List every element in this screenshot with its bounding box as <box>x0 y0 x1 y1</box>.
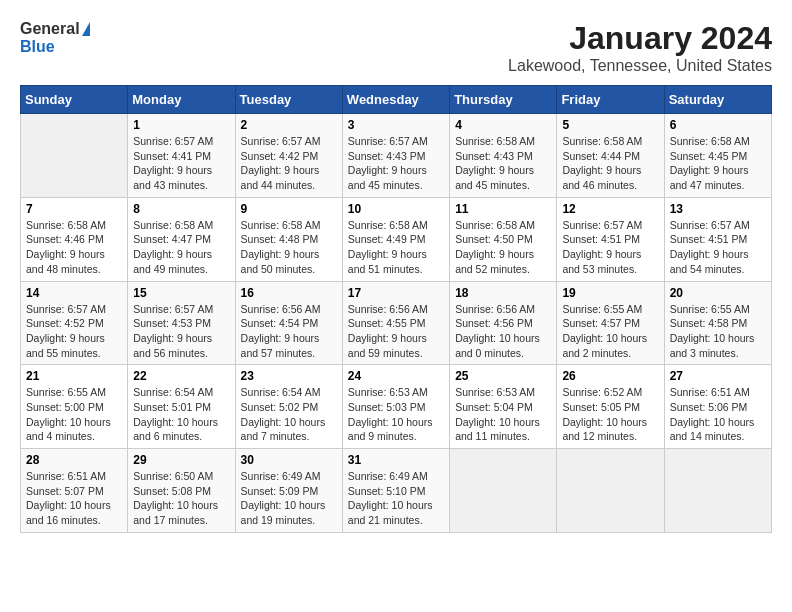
day-number: 4 <box>455 118 551 132</box>
calendar-cell: 19Sunrise: 6:55 AM Sunset: 4:57 PM Dayli… <box>557 281 664 365</box>
day-number: 30 <box>241 453 337 467</box>
calendar-cell: 27Sunrise: 6:51 AM Sunset: 5:06 PM Dayli… <box>664 365 771 449</box>
day-number: 26 <box>562 369 658 383</box>
day-number: 22 <box>133 369 229 383</box>
day-number: 27 <box>670 369 766 383</box>
calendar-cell: 3Sunrise: 6:57 AM Sunset: 4:43 PM Daylig… <box>342 114 449 198</box>
day-info: Sunrise: 6:58 AM Sunset: 4:43 PM Dayligh… <box>455 134 551 193</box>
day-number: 31 <box>348 453 444 467</box>
header-monday: Monday <box>128 86 235 114</box>
week-row-4: 28Sunrise: 6:51 AM Sunset: 5:07 PM Dayli… <box>21 449 772 533</box>
day-info: Sunrise: 6:58 AM Sunset: 4:44 PM Dayligh… <box>562 134 658 193</box>
day-number: 11 <box>455 202 551 216</box>
day-info: Sunrise: 6:56 AM Sunset: 4:54 PM Dayligh… <box>241 302 337 361</box>
day-number: 15 <box>133 286 229 300</box>
calendar-cell: 12Sunrise: 6:57 AM Sunset: 4:51 PM Dayli… <box>557 197 664 281</box>
day-number: 13 <box>670 202 766 216</box>
logo-blue-text: Blue <box>20 38 90 56</box>
calendar-cell: 10Sunrise: 6:58 AM Sunset: 4:49 PM Dayli… <box>342 197 449 281</box>
day-info: Sunrise: 6:49 AM Sunset: 5:09 PM Dayligh… <box>241 469 337 528</box>
day-number: 2 <box>241 118 337 132</box>
day-number: 9 <box>241 202 337 216</box>
week-row-2: 14Sunrise: 6:57 AM Sunset: 4:52 PM Dayli… <box>21 281 772 365</box>
calendar-cell: 9Sunrise: 6:58 AM Sunset: 4:48 PM Daylig… <box>235 197 342 281</box>
calendar-cell: 11Sunrise: 6:58 AM Sunset: 4:50 PM Dayli… <box>450 197 557 281</box>
calendar-cell: 16Sunrise: 6:56 AM Sunset: 4:54 PM Dayli… <box>235 281 342 365</box>
day-number: 1 <box>133 118 229 132</box>
day-info: Sunrise: 6:52 AM Sunset: 5:05 PM Dayligh… <box>562 385 658 444</box>
day-info: Sunrise: 6:57 AM Sunset: 4:42 PM Dayligh… <box>241 134 337 193</box>
day-number: 21 <box>26 369 122 383</box>
week-row-0: 1Sunrise: 6:57 AM Sunset: 4:41 PM Daylig… <box>21 114 772 198</box>
day-info: Sunrise: 6:55 AM Sunset: 4:58 PM Dayligh… <box>670 302 766 361</box>
day-info: Sunrise: 6:58 AM Sunset: 4:47 PM Dayligh… <box>133 218 229 277</box>
day-number: 25 <box>455 369 551 383</box>
calendar-cell: 2Sunrise: 6:57 AM Sunset: 4:42 PM Daylig… <box>235 114 342 198</box>
day-number: 7 <box>26 202 122 216</box>
day-info: Sunrise: 6:58 AM Sunset: 4:49 PM Dayligh… <box>348 218 444 277</box>
calendar-cell: 7Sunrise: 6:58 AM Sunset: 4:46 PM Daylig… <box>21 197 128 281</box>
calendar-cell: 5Sunrise: 6:58 AM Sunset: 4:44 PM Daylig… <box>557 114 664 198</box>
calendar-cell: 28Sunrise: 6:51 AM Sunset: 5:07 PM Dayli… <box>21 449 128 533</box>
day-info: Sunrise: 6:55 AM Sunset: 4:57 PM Dayligh… <box>562 302 658 361</box>
day-number: 16 <box>241 286 337 300</box>
header-tuesday: Tuesday <box>235 86 342 114</box>
day-number: 23 <box>241 369 337 383</box>
calendar-cell: 1Sunrise: 6:57 AM Sunset: 4:41 PM Daylig… <box>128 114 235 198</box>
day-number: 8 <box>133 202 229 216</box>
header-thursday: Thursday <box>450 86 557 114</box>
header-friday: Friday <box>557 86 664 114</box>
calendar-cell: 13Sunrise: 6:57 AM Sunset: 4:51 PM Dayli… <box>664 197 771 281</box>
day-info: Sunrise: 6:54 AM Sunset: 5:02 PM Dayligh… <box>241 385 337 444</box>
day-info: Sunrise: 6:57 AM Sunset: 4:53 PM Dayligh… <box>133 302 229 361</box>
calendar-cell: 29Sunrise: 6:50 AM Sunset: 5:08 PM Dayli… <box>128 449 235 533</box>
day-number: 14 <box>26 286 122 300</box>
calendar-table: SundayMondayTuesdayWednesdayThursdayFrid… <box>20 85 772 533</box>
calendar-cell: 26Sunrise: 6:52 AM Sunset: 5:05 PM Dayli… <box>557 365 664 449</box>
calendar-cell: 25Sunrise: 6:53 AM Sunset: 5:04 PM Dayli… <box>450 365 557 449</box>
day-info: Sunrise: 6:58 AM Sunset: 4:45 PM Dayligh… <box>670 134 766 193</box>
days-header-row: SundayMondayTuesdayWednesdayThursdayFrid… <box>21 86 772 114</box>
calendar-cell: 8Sunrise: 6:58 AM Sunset: 4:47 PM Daylig… <box>128 197 235 281</box>
day-info: Sunrise: 6:57 AM Sunset: 4:43 PM Dayligh… <box>348 134 444 193</box>
day-info: Sunrise: 6:57 AM Sunset: 4:52 PM Dayligh… <box>26 302 122 361</box>
day-number: 18 <box>455 286 551 300</box>
header-saturday: Saturday <box>664 86 771 114</box>
day-info: Sunrise: 6:56 AM Sunset: 4:55 PM Dayligh… <box>348 302 444 361</box>
calendar-cell: 30Sunrise: 6:49 AM Sunset: 5:09 PM Dayli… <box>235 449 342 533</box>
day-info: Sunrise: 6:49 AM Sunset: 5:10 PM Dayligh… <box>348 469 444 528</box>
day-info: Sunrise: 6:53 AM Sunset: 5:03 PM Dayligh… <box>348 385 444 444</box>
day-info: Sunrise: 6:51 AM Sunset: 5:06 PM Dayligh… <box>670 385 766 444</box>
day-number: 24 <box>348 369 444 383</box>
calendar-cell <box>450 449 557 533</box>
day-info: Sunrise: 6:58 AM Sunset: 4:50 PM Dayligh… <box>455 218 551 277</box>
title-section: January 2024 Lakewood, Tennessee, United… <box>508 20 772 75</box>
day-number: 19 <box>562 286 658 300</box>
calendar-cell <box>664 449 771 533</box>
calendar-subtitle: Lakewood, Tennessee, United States <box>508 57 772 75</box>
day-number: 3 <box>348 118 444 132</box>
calendar-cell: 23Sunrise: 6:54 AM Sunset: 5:02 PM Dayli… <box>235 365 342 449</box>
header-sunday: Sunday <box>21 86 128 114</box>
day-info: Sunrise: 6:58 AM Sunset: 4:46 PM Dayligh… <box>26 218 122 277</box>
calendar-cell: 18Sunrise: 6:56 AM Sunset: 4:56 PM Dayli… <box>450 281 557 365</box>
day-info: Sunrise: 6:54 AM Sunset: 5:01 PM Dayligh… <box>133 385 229 444</box>
day-number: 10 <box>348 202 444 216</box>
day-info: Sunrise: 6:57 AM Sunset: 4:51 PM Dayligh… <box>670 218 766 277</box>
day-info: Sunrise: 6:56 AM Sunset: 4:56 PM Dayligh… <box>455 302 551 361</box>
week-row-3: 21Sunrise: 6:55 AM Sunset: 5:00 PM Dayli… <box>21 365 772 449</box>
calendar-cell: 21Sunrise: 6:55 AM Sunset: 5:00 PM Dayli… <box>21 365 128 449</box>
day-info: Sunrise: 6:51 AM Sunset: 5:07 PM Dayligh… <box>26 469 122 528</box>
day-number: 28 <box>26 453 122 467</box>
calendar-cell: 22Sunrise: 6:54 AM Sunset: 5:01 PM Dayli… <box>128 365 235 449</box>
logo: General Blue <box>20 20 90 56</box>
calendar-cell: 20Sunrise: 6:55 AM Sunset: 4:58 PM Dayli… <box>664 281 771 365</box>
calendar-cell: 6Sunrise: 6:58 AM Sunset: 4:45 PM Daylig… <box>664 114 771 198</box>
calendar-cell: 31Sunrise: 6:49 AM Sunset: 5:10 PM Dayli… <box>342 449 449 533</box>
day-number: 5 <box>562 118 658 132</box>
calendar-cell: 4Sunrise: 6:58 AM Sunset: 4:43 PM Daylig… <box>450 114 557 198</box>
calendar-cell: 14Sunrise: 6:57 AM Sunset: 4:52 PM Dayli… <box>21 281 128 365</box>
calendar-cell <box>21 114 128 198</box>
calendar-cell: 17Sunrise: 6:56 AM Sunset: 4:55 PM Dayli… <box>342 281 449 365</box>
calendar-cell <box>557 449 664 533</box>
